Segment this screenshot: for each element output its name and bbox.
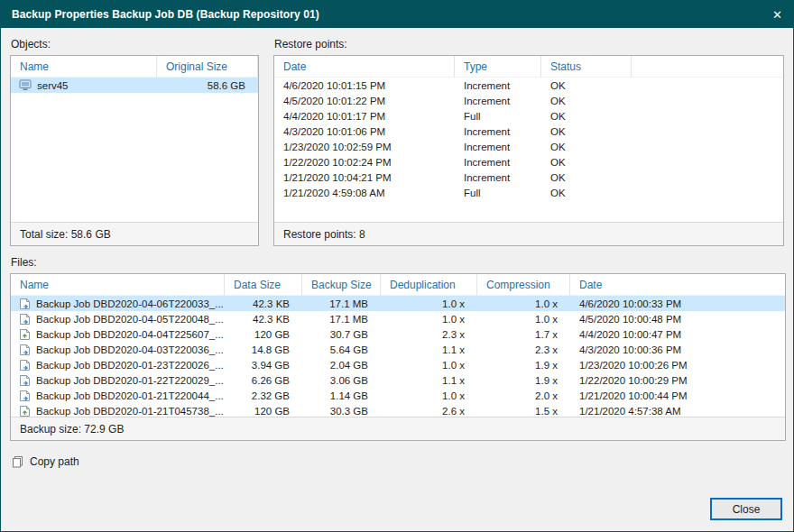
restore-type: Increment bbox=[455, 172, 541, 183]
close-icon[interactable]: ✕ bbox=[762, 8, 782, 22]
restore-date: 4/3/2020 10:01:06 PM bbox=[274, 126, 455, 137]
file-name: Backup Job DBD2020-04-04T225607_... bbox=[36, 329, 224, 340]
objects-rows: serv45 58.6 GB bbox=[11, 78, 258, 222]
file-date: 4/5/2020 10:00:48 PM bbox=[570, 314, 785, 325]
column-header-original-size[interactable]: Original Size bbox=[157, 56, 258, 78]
restore-status: OK bbox=[541, 96, 632, 106]
column-header-date[interactable]: Date bbox=[570, 274, 785, 296]
file-row[interactable]: Backup Job DBD2020-04-04T225607_... 120 … bbox=[11, 326, 785, 342]
file-data-size: 6.26 GB bbox=[225, 375, 302, 386]
titlebar[interactable]: Backup Properties Backup Job DB (Backup … bbox=[1, 1, 793, 28]
file-row[interactable]: Backup Job DBD2020-04-05T220048_... 42.3… bbox=[11, 311, 785, 326]
restore-point-row[interactable]: 1/21/2020 4:59:08 AM Full OK bbox=[274, 185, 783, 200]
column-header-status[interactable]: Status bbox=[541, 56, 632, 78]
files-section: Files: Name Data Size Backup Size Dedupl… bbox=[10, 256, 784, 441]
file-backup-size: 17.1 MB bbox=[302, 298, 381, 309]
restore-points-section: Restore points: Date Type Status 4/6/202… bbox=[273, 28, 784, 246]
file-row[interactable]: Backup Job DBD2020-01-21T045738_... 120 … bbox=[11, 403, 785, 417]
restore-type: Increment bbox=[455, 80, 541, 91]
files-footer: Backup size: 72.9 GB bbox=[11, 417, 785, 440]
file-name: Backup Job DBD2020-04-03T220036_... bbox=[36, 344, 224, 355]
file-row[interactable]: Backup Job DBD2020-01-23T220026_... 3.94… bbox=[11, 357, 785, 372]
object-row[interactable]: serv45 58.6 GB bbox=[11, 78, 258, 93]
restore-type: Full bbox=[455, 111, 541, 122]
file-data-size: 2.32 GB bbox=[225, 390, 302, 401]
restore-point-row[interactable]: 4/3/2020 10:01:06 PM Increment OK bbox=[274, 124, 783, 139]
files-label: Files: bbox=[11, 256, 784, 269]
file-deduplication: 2.3 x bbox=[381, 329, 477, 340]
file-name: Backup Job DBD2020-01-23T220026_... bbox=[36, 360, 224, 371]
files-header: Name Data Size Backup Size Deduplication… bbox=[11, 274, 785, 296]
restore-status: OK bbox=[541, 80, 632, 91]
file-data-size: 14.8 GB bbox=[225, 344, 302, 355]
restore-point-row[interactable]: 4/6/2020 10:01:15 PM Increment OK bbox=[274, 78, 783, 93]
file-backup-size: 30.3 GB bbox=[302, 406, 381, 417]
file-compression: 1.0 x bbox=[477, 314, 570, 325]
column-header-name[interactable]: Name bbox=[11, 274, 225, 296]
restore-date: 4/5/2020 10:01:22 PM bbox=[274, 96, 455, 106]
restore-points-list: Date Type Status 4/6/2020 10:01:15 PM In… bbox=[273, 55, 784, 246]
column-header-type[interactable]: Type bbox=[455, 56, 541, 78]
file-data-size: 42.3 KB bbox=[225, 314, 302, 325]
file-row[interactable]: Backup Job DBD2020-01-22T220029_... 6.26… bbox=[11, 372, 785, 388]
restore-date: 1/23/2020 10:02:59 PM bbox=[274, 142, 455, 152]
dialog-content: Objects: Name Original Size serv45 bbox=[1, 28, 793, 472]
copy-icon bbox=[12, 455, 23, 468]
restore-status: OK bbox=[541, 126, 632, 137]
restore-point-row[interactable]: 1/23/2020 10:02:59 PM Increment OK bbox=[274, 139, 783, 154]
restore-type: Increment bbox=[455, 96, 541, 106]
file-date: 1/21/2020 4:57:38 AM bbox=[570, 406, 785, 417]
file-deduplication: 1.1 x bbox=[381, 375, 477, 386]
full-backup-file-icon bbox=[19, 328, 31, 341]
restore-date: 1/21/2020 4:59:08 AM bbox=[274, 188, 455, 198]
restore-date: 4/4/2020 10:01:17 PM bbox=[274, 111, 455, 122]
column-header-date[interactable]: Date bbox=[274, 56, 455, 78]
file-row[interactable]: Backup Job DBD2020-04-06T220033_... 42.3… bbox=[11, 296, 785, 311]
restore-type: Increment bbox=[455, 126, 541, 137]
restore-status: OK bbox=[541, 142, 632, 152]
vm-icon bbox=[19, 79, 32, 91]
file-date: 1/22/2020 10:00:29 PM bbox=[570, 375, 785, 386]
file-data-size: 3.94 GB bbox=[225, 360, 302, 371]
file-backup-size: 1.14 GB bbox=[302, 390, 381, 401]
file-deduplication: 1.0 x bbox=[381, 298, 477, 309]
restore-date: 1/22/2020 10:02:24 PM bbox=[274, 157, 455, 168]
object-size: 58.6 GB bbox=[157, 80, 258, 91]
file-deduplication: 1.1 x bbox=[381, 344, 477, 355]
increment-backup-file-icon bbox=[19, 313, 31, 326]
copy-path-button[interactable]: Copy path bbox=[12, 455, 79, 468]
file-deduplication: 2.6 x bbox=[381, 406, 477, 417]
restore-point-row[interactable]: 1/21/2020 10:04:21 PM Increment OK bbox=[274, 170, 783, 185]
file-row[interactable]: Backup Job DBD2020-01-21T220044_... 2.32… bbox=[11, 388, 785, 403]
file-name: Backup Job DBD2020-01-21T220044_... bbox=[36, 390, 224, 401]
file-data-size: 120 GB bbox=[225, 329, 302, 340]
column-header-name[interactable]: Name bbox=[11, 56, 157, 78]
column-header-data-size[interactable]: Data Size bbox=[225, 274, 302, 296]
file-deduplication: 1.0 x bbox=[381, 314, 477, 325]
column-header-compression[interactable]: Compression bbox=[477, 274, 570, 296]
objects-footer: Total size: 58.6 GB bbox=[11, 222, 258, 245]
restore-date: 1/21/2020 10:04:21 PM bbox=[274, 172, 455, 183]
close-button[interactable]: Close bbox=[710, 498, 782, 520]
file-row[interactable]: Backup Job DBD2020-04-03T220036_... 14.8… bbox=[11, 342, 785, 357]
files-rows: Backup Job DBD2020-04-06T220033_... 42.3… bbox=[11, 296, 785, 417]
increment-backup-file-icon bbox=[19, 344, 31, 356]
restore-point-row[interactable]: 1/22/2020 10:02:24 PM Increment OK bbox=[274, 154, 783, 170]
file-backup-size: 17.1 MB bbox=[302, 314, 381, 325]
file-name: Backup Job DBD2020-01-21T045738_... bbox=[36, 406, 224, 417]
file-compression: 2.0 x bbox=[477, 390, 570, 401]
file-backup-size: 2.04 GB bbox=[302, 360, 381, 371]
restore-point-row[interactable]: 4/4/2020 10:01:17 PM Full OK bbox=[274, 108, 783, 124]
column-header-deduplication[interactable]: Deduplication bbox=[381, 274, 477, 296]
restore-points-label: Restore points: bbox=[274, 38, 784, 50]
increment-backup-file-icon bbox=[19, 359, 31, 371]
file-compression: 1.9 x bbox=[477, 360, 570, 371]
restore-point-row[interactable]: 4/5/2020 10:01:22 PM Increment OK bbox=[274, 93, 783, 108]
column-header-backup-size[interactable]: Backup Size bbox=[302, 274, 381, 296]
restore-type: Increment bbox=[455, 157, 541, 168]
column-header-filler bbox=[632, 56, 783, 78]
file-compression: 1.0 x bbox=[477, 298, 570, 309]
file-date: 1/23/2020 10:00:26 PM bbox=[570, 360, 785, 371]
file-backup-size: 30.7 GB bbox=[302, 329, 381, 340]
file-data-size: 42.3 KB bbox=[225, 298, 302, 309]
